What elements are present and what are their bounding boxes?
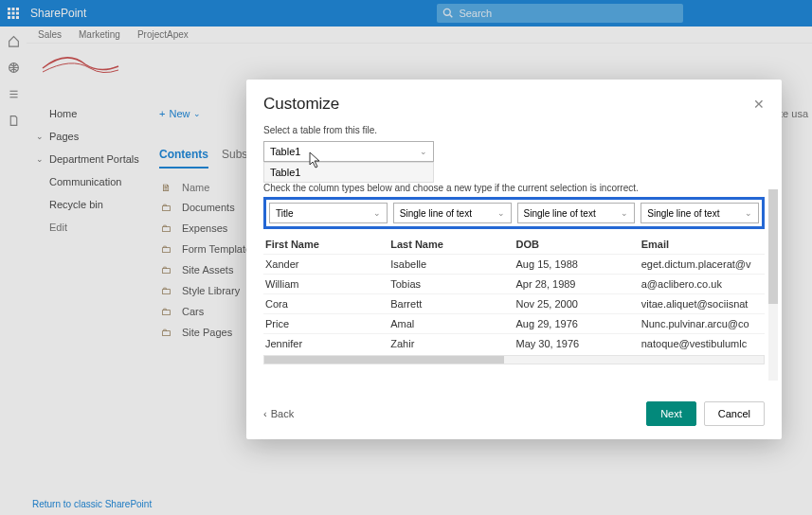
table-option[interactable]: Table1: [264, 163, 433, 182]
table-cell: eget.dictum.placerat@v: [640, 255, 765, 274]
table-cell: Barrett: [388, 294, 514, 313]
table-cell: Xander: [263, 255, 388, 274]
chevron-left-icon: ‹: [263, 408, 267, 419]
cancel-button[interactable]: Cancel: [704, 401, 765, 426]
table-cell: William: [263, 275, 388, 293]
preview-body[interactable]: XanderIsabelleAug 15, 1988eget.dictum.pl…: [263, 254, 765, 353]
chevron-down-icon: ⌄: [745, 208, 752, 218]
table-cell: vitae.aliquet@sociisnat: [640, 294, 765, 313]
table-select-value: Table1: [270, 146, 300, 157]
column-type-select-2[interactable]: Single line of text⌄: [517, 203, 636, 223]
select-table-label: Select a table from this file.: [263, 125, 765, 135]
table-cell: Aug 29, 1976: [514, 314, 640, 333]
horizontal-scrollbar[interactable]: [263, 355, 765, 364]
table-select-options: Table1: [263, 162, 434, 183]
table-row: PriceAmalAug 29, 1976Nunc.pulvinar.arcu@…: [263, 313, 765, 333]
table-cell: Tobias: [388, 275, 514, 293]
chevron-down-icon: ⌄: [373, 208, 381, 218]
scrollbar-thumb[interactable]: [264, 356, 504, 364]
table-cell: May 30, 1976: [514, 334, 640, 353]
table-cell: Nov 25, 2000: [514, 294, 640, 313]
table-row: JenniferZahirMay 30, 1976natoque@vestibu…: [263, 333, 765, 353]
col-header-dob: DOB: [514, 235, 640, 254]
table-cell: Nunc.pulvinar.arcu@co: [640, 314, 765, 333]
customize-dialog: Customize ✕ Select a table from this fil…: [246, 80, 782, 439]
table-row: XanderIsabelleAug 15, 1988eget.dictum.pl…: [263, 254, 765, 274]
table-select[interactable]: Table1 ⌄: [263, 141, 434, 162]
table-cell: Jennifer: [263, 334, 388, 353]
chevron-down-icon: ⌄: [420, 147, 427, 156]
table-cell: a@aclibero.co.uk: [640, 275, 765, 293]
back-button[interactable]: ‹ Back: [263, 408, 294, 419]
column-type-select-3[interactable]: Single line of text⌄: [641, 203, 759, 223]
col-header-last-name: Last Name: [388, 235, 514, 254]
table-cell: Amal: [388, 314, 514, 333]
column-type-instruction: Check the column types below and choose …: [263, 183, 765, 193]
table-row: WilliamTobiasApr 28, 1989a@aclibero.co.u…: [263, 274, 765, 293]
table-cell: Price: [263, 314, 388, 333]
table-cell: Zahir: [388, 334, 514, 353]
chevron-down-icon: ⌄: [497, 208, 505, 218]
dialog-title: Customize: [263, 95, 339, 114]
table-cell: Aug 15, 1988: [514, 255, 640, 274]
column-type-select-1[interactable]: Single line of text⌄: [393, 203, 512, 223]
column-type-select-0[interactable]: Title⌄: [269, 203, 388, 223]
table-cell: natoque@vestibulumlc: [640, 334, 765, 353]
preview-header-row: First Name Last Name DOB Email: [263, 235, 765, 254]
vertical-scrollbar[interactable]: [768, 189, 778, 381]
table-cell: Apr 28, 1989: [514, 275, 640, 293]
table-cell: Cora: [263, 294, 388, 313]
table-row: CoraBarrettNov 25, 2000vitae.aliquet@soc…: [263, 293, 765, 313]
scrollbar-thumb[interactable]: [768, 189, 778, 304]
next-button[interactable]: Next: [646, 401, 696, 426]
col-header-first-name: First Name: [263, 235, 388, 254]
col-header-email: Email: [640, 235, 765, 254]
table-cell: Isabelle: [388, 255, 514, 274]
column-type-row: Title⌄ Single line of text⌄ Single line …: [263, 197, 765, 229]
close-icon[interactable]: ✕: [753, 97, 765, 112]
chevron-down-icon: ⌄: [621, 208, 628, 218]
